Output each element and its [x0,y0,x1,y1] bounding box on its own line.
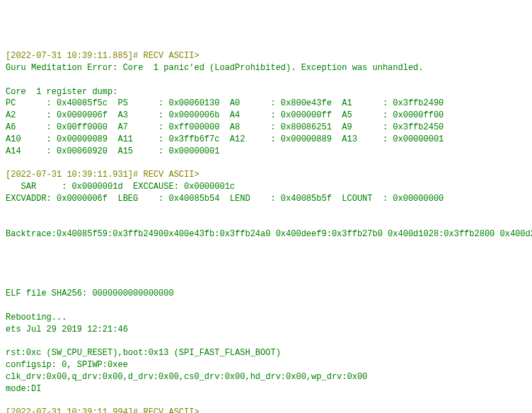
backtrace: Backtrace:0x40085f59:0x3ffb24900x400e43f… [6,229,532,239]
timestamp-3: [2022-07-31 10:39:11.994]# RECV ASCII> [6,407,200,413]
reg-line: A14 : 0x00060920 A15 : 0x00000001 [6,146,219,156]
elf-sha: ELF file SHA256: 0000000000000000 [6,289,174,298]
timestamp-1: [2022-07-31 10:39:11.885]# RECV ASCII> [6,51,200,61]
guru-error: Guru Meditation Error: Core 1 panic'ed (… [6,63,424,73]
reg-line: A2 : 0x0000006f A3 : 0x0000006b A4 : 0x0… [6,110,444,120]
reg-line: A10 : 0x00000089 A11 : 0x3ffb6f7c A12 : … [6,134,444,144]
mode-line: mode:DI [6,384,41,394]
cfg-line: configsip: 0, SPIWP:0xee [6,360,128,370]
ets-line: ets Jul 29 2019 12:21:46 [6,325,128,335]
dump-header: Core 1 register dump: [6,87,117,97]
timestamp-2: [2022-07-31 10:39:11.931]# RECV ASCII> [6,170,200,180]
reg-line: PC : 0x40085f5c PS : 0x00060130 A0 : 0x8… [6,98,444,108]
excvaddr-line: EXCVADDR: 0x0000006f LBEG : 0x40085b54 L… [6,194,444,204]
clk-line: clk_drv:0x00,q_drv:0x00,d_drv:0x00,cs0_d… [6,372,367,382]
sar-line: SAR : 0x0000001d EXCCAUSE: 0x0000001c [6,182,235,192]
rebooting: Rebooting... [6,313,66,322]
reg-line: A6 : 0x00ff0000 A7 : 0xff000000 A8 : 0x8… [6,122,444,132]
rst-line: rst:0xc (SW_CPU_RESET),boot:0x13 (SPI_FA… [6,348,281,358]
